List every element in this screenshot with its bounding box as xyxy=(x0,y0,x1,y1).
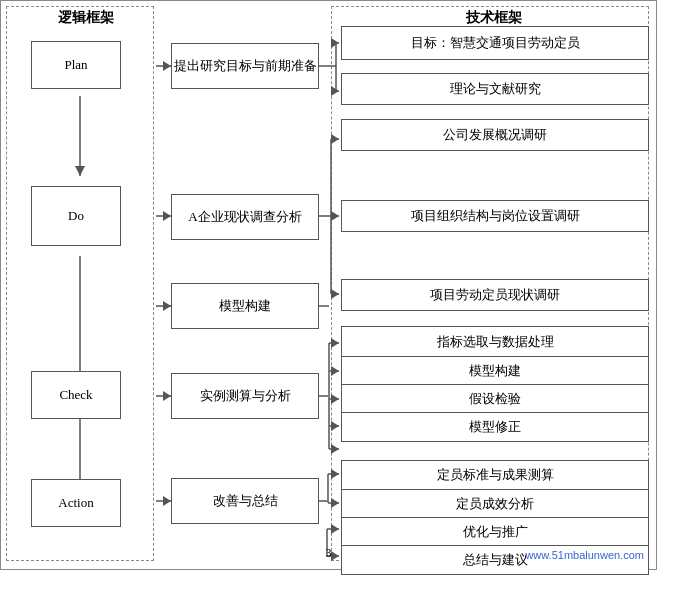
diagram-container: 逻辑框架 Plan Do Check Action 提出研究目标与前期准备 A企… xyxy=(0,0,657,570)
tech-box-1: 理论与文献研究 xyxy=(341,73,649,105)
tech-box-0: 目标：智慧交通项目劳动定员 xyxy=(341,26,649,60)
logic-box-plan: Plan xyxy=(31,41,121,89)
svg-marker-7 xyxy=(163,61,171,71)
tech-title: 技术框架 xyxy=(339,9,649,27)
svg-marker-11 xyxy=(163,301,171,311)
svg-marker-15 xyxy=(163,496,171,506)
tech-box-9: 定员标准与成果测算 xyxy=(341,460,649,490)
tech-box-2: 公司发展概况调研 xyxy=(341,119,649,151)
tech-box-6: 模型构建 xyxy=(341,356,649,386)
watermark: www.51mbalunwen.com xyxy=(525,549,644,561)
middle-box-5: 改善与总结 xyxy=(171,478,319,524)
middle-box-1: 提出研究目标与前期准备 xyxy=(171,43,319,89)
tech-box-10: 定员成效分析 xyxy=(341,489,649,519)
middle-box-2: A企业现状调查分析 xyxy=(171,194,319,240)
logic-box-do: Do xyxy=(31,186,121,246)
middle-box-4: 实例测算与分析 xyxy=(171,373,319,419)
tech-box-8: 模型修正 xyxy=(341,412,649,442)
tech-box-4: 项目劳动定员现状调研 xyxy=(341,279,649,311)
svg-marker-13 xyxy=(163,391,171,401)
page-number: 3 xyxy=(326,546,332,561)
tech-box-3: 项目组织结构与岗位设置调研 xyxy=(341,200,649,232)
tech-box-7: 假设检验 xyxy=(341,384,649,414)
logic-dashed-border xyxy=(6,6,154,561)
logic-title: 逻辑框架 xyxy=(21,9,151,27)
svg-marker-9 xyxy=(163,211,171,221)
logic-box-check: Check xyxy=(31,371,121,419)
tech-box-5: 指标选取与数据处理 xyxy=(341,326,649,358)
tech-box-11: 优化与推广 xyxy=(341,517,649,547)
logic-box-action: Action xyxy=(31,479,121,527)
middle-box-3: 模型构建 xyxy=(171,283,319,329)
